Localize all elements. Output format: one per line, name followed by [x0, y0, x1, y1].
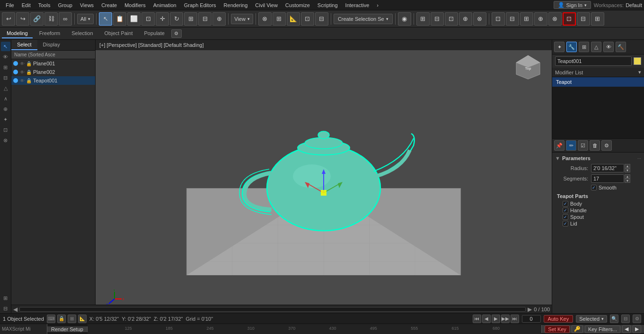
snaps-btn[interactable]: 📐 — [287, 12, 300, 26]
object-color-swatch[interactable] — [634, 57, 641, 65]
radius-up[interactable]: ▲ — [625, 164, 630, 168]
scale-buttons[interactable]: ⊞ — [184, 12, 197, 26]
lock-plane001[interactable]: 🔒 — [26, 61, 32, 66]
parameters-more-icon[interactable]: ··· — [637, 156, 641, 161]
progress-next-btn[interactable]: ▶ — [528, 306, 532, 313]
spout-checkbox[interactable]: ✓ — [563, 214, 568, 220]
timeline-track[interactable]: 125 185 245 310 370 430 495 555 615 680 — [88, 324, 541, 334]
sub-toolbar-settings[interactable]: ⚙ — [171, 29, 182, 38]
util2-icon-btn[interactable]: ⊗ — [1, 135, 10, 145]
tab-populate[interactable]: Populate — [139, 29, 169, 38]
filter-dropdown[interactable]: All — [77, 14, 94, 24]
display-icon-btn[interactable]: 👁 — [1, 52, 10, 62]
util-icon-btn[interactable]: ⊟ — [1, 73, 10, 82]
menu-file[interactable]: File — [2, 1, 18, 9]
modifier-teapot[interactable]: Teapot — [552, 77, 644, 87]
scene-item-plane001[interactable]: 👁 🔒 Plane001 — [11, 59, 95, 68]
env-btn[interactable]: ⊕ — [534, 12, 547, 26]
lock-plane002[interactable]: 🔒 — [26, 70, 32, 75]
snap-status-icon[interactable]: 📐 — [78, 315, 87, 323]
lid-checkbox[interactable]: ✓ — [563, 221, 568, 226]
scene-btn[interactable]: ⊞ — [520, 12, 533, 26]
selected-dropdown[interactable]: Selected ▾ — [576, 315, 607, 323]
modify-icon-btn[interactable]: ⊕ — [1, 104, 10, 114]
highlighted-btn[interactable]: ⊡ — [563, 12, 576, 26]
navigation-cube[interactable]: Top — [514, 53, 542, 81]
filter-icon[interactable]: ⊟ — [621, 315, 630, 323]
body-checkbox[interactable]: ✓ — [563, 201, 568, 207]
render3-btn[interactable]: ⊞ — [591, 12, 604, 26]
transform-button[interactable]: ⊟ — [198, 12, 212, 26]
bottom-icon-btn[interactable]: ⊞ — [1, 293, 10, 303]
hierarchy-panel-btn[interactable]: ⊞ — [579, 42, 589, 52]
bind-button[interactable]: ∞ — [59, 12, 72, 26]
menu-animation[interactable]: Animation — [150, 1, 180, 9]
config-modifier-btn[interactable]: ⚙ — [601, 140, 612, 151]
pin-modifier-btn[interactable]: 📌 — [554, 140, 565, 151]
rect-select-button[interactable]: ⬜ — [127, 12, 141, 26]
tab-selection[interactable]: Selection — [67, 29, 97, 38]
pivot-btn[interactable]: ⊗ — [258, 12, 272, 26]
search-icon[interactable]: 🔍 — [610, 315, 618, 323]
eye-plane001[interactable]: 👁 — [20, 61, 25, 66]
scene-item-plane002[interactable]: 👁 🔒 Plane002 — [11, 68, 95, 76]
smooth-checkbox[interactable]: ✓ — [591, 185, 597, 190]
lock-status-icon[interactable]: 🔒 — [57, 315, 66, 323]
set-key-btn[interactable]: Set Key — [545, 325, 570, 333]
enable-modifier-btn[interactable]: ☑ — [578, 140, 588, 151]
motion-icon-btn[interactable]: △ — [1, 83, 10, 93]
view-dropdown[interactable]: View — [231, 14, 253, 24]
redo-button[interactable]: ↪ — [16, 12, 29, 26]
skip-end-btn[interactable]: ⏭ — [511, 315, 519, 323]
menu-civil-view[interactable]: Civil View — [251, 1, 281, 9]
keyboard-icon[interactable]: ⌨ — [47, 315, 55, 323]
viewport[interactable]: [+] [Perspective] [Standard] [Default Sh… — [96, 40, 552, 313]
menu-customize[interactable]: Customize — [282, 1, 314, 9]
skip-start-btn[interactable]: ⏮ — [473, 315, 481, 323]
progress-prev-btn[interactable]: ◀ — [13, 306, 18, 313]
display-panel-btn[interactable]: 👁 — [603, 42, 614, 52]
grid-status-icon[interactable]: ⊞ — [68, 315, 76, 323]
display2-icon-btn[interactable]: ⊡ — [1, 125, 10, 135]
tab-freeform[interactable]: Freeform — [35, 29, 65, 38]
mirror-btn[interactable]: ⊡ — [301, 12, 314, 26]
tab-display[interactable]: Display — [37, 40, 66, 50]
menu-tools[interactable]: Tools — [35, 1, 54, 9]
menu-scripting[interactable]: Scripting — [314, 1, 342, 9]
undo-button[interactable]: ↩ — [2, 12, 15, 26]
region-select-button[interactable]: ⊡ — [141, 12, 155, 26]
create-panel-btn[interactable]: ✦ — [554, 42, 565, 52]
snap-icon-btn[interactable]: ⊟ — [1, 304, 10, 313]
motion-panel-btn[interactable]: △ — [591, 42, 601, 52]
eye-plane002[interactable]: 👁 — [20, 70, 25, 75]
hierarchy-icon-btn[interactable]: ∧ — [1, 94, 10, 103]
prop2-btn[interactable]: ⊡ — [445, 12, 458, 26]
create-selection-button[interactable]: Create Selection Se — [334, 14, 393, 24]
eye-teapot001[interactable]: 👁 — [20, 78, 25, 83]
snap-button[interactable]: ⊕ — [212, 12, 226, 26]
menu-group[interactable]: Group — [54, 1, 76, 9]
layer-icon-btn[interactable]: ⊞ — [1, 63, 10, 72]
menu-interactive[interactable]: Interactive — [342, 1, 373, 9]
nav-right-btn[interactable]: ▶ — [633, 325, 641, 333]
auto-key-btn[interactable]: Auto Key — [544, 315, 573, 323]
link-button[interactable]: 🔗 — [30, 12, 44, 26]
select-icon-btn[interactable]: ↖ — [1, 42, 10, 51]
modify-panel-btn active[interactable]: 🔧 — [566, 42, 577, 52]
prop4-btn[interactable]: ⊗ — [473, 12, 486, 26]
edit-modifier-btn[interactable]: ✏ — [566, 140, 576, 151]
sign-in-button[interactable]: 👤 Sign In ▾ — [554, 1, 591, 9]
menu-modifiers[interactable]: Modifiers — [121, 1, 150, 9]
settings-icon[interactable]: ⚙ — [633, 315, 641, 323]
segments-input[interactable] — [591, 174, 624, 183]
key-icon-btn[interactable]: 🔑 — [572, 325, 583, 333]
fx-btn[interactable]: ⊗ — [548, 12, 562, 26]
create-icon-btn[interactable]: ✦ — [1, 115, 10, 124]
frame-display[interactable]: 0 — [522, 315, 541, 323]
menu-graph-editors[interactable]: Graph Editors — [180, 1, 220, 9]
scene-item-teapot001[interactable]: 👁 🔒 Teapot001 — [11, 76, 95, 85]
segments-up[interactable]: ▲ — [625, 174, 630, 179]
radius-down[interactable]: ▼ — [625, 168, 630, 172]
menu-views[interactable]: Views — [76, 1, 97, 9]
tab-object-paint[interactable]: Object Paint — [100, 29, 138, 38]
